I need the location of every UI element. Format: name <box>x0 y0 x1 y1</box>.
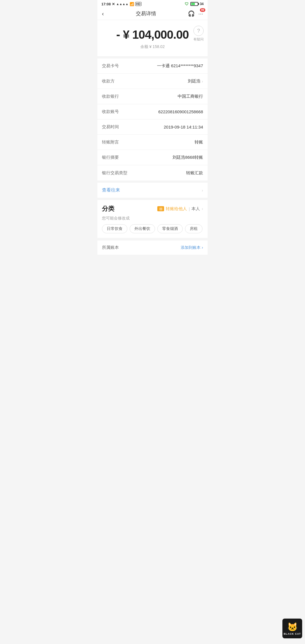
tag-icon: ▤ <box>157 206 164 211</box>
battery-percent: 34 <box>200 2 204 6</box>
page-title: 交易详情 <box>136 10 156 17</box>
detail-value: 转账 <box>195 140 203 145</box>
detail-value: 一卡通 6214********9347 <box>157 63 203 69</box>
tag-name: 转账给他人 <box>166 206 187 212</box>
detail-label: 收款银行 <box>102 94 127 99</box>
suggest-tags-row: 日常饮食外出餐饮零食烟酒房租其他 <box>102 224 203 233</box>
category-header: 分类 ▤ 转账给他人 | 本人 › <box>102 204 203 213</box>
view-history-row[interactable]: 查看往来 › <box>97 183 208 198</box>
detail-value: 6222081609001258668 <box>158 109 203 114</box>
detail-row: 收款账号6222081609001258668 <box>97 104 208 119</box>
hd-icon: HD <box>135 2 141 6</box>
suggest-tag-button[interactable]: 零食烟酒 <box>157 224 183 233</box>
notification-badge: 99 <box>200 8 205 12</box>
account-row: 所属账本 添加到账本 › <box>97 240 208 255</box>
amount-prefix: - ¥ <box>116 28 129 41</box>
detail-row: 交易卡号一卡通 6214********9347 <box>97 58 208 74</box>
detail-label: 交易时间 <box>102 124 127 130</box>
amount-value: 104,000.00 <box>132 28 189 41</box>
nav-right: 🎧 ··· 99 <box>188 10 203 17</box>
time-display: 17:08 <box>101 2 111 6</box>
nav-left: ‹ <box>102 10 104 17</box>
detail-row[interactable]: 收款方刘廷浩› <box>97 74 208 89</box>
help-button[interactable]: ? 有疑问 <box>193 26 204 42</box>
nav-bar: ‹ 交易详情 🎧 ··· 99 <box>97 7 208 20</box>
detail-label: 交易卡号 <box>102 63 127 69</box>
view-history-label: 查看往来 <box>102 187 120 193</box>
balance-label: 余额 ¥ 158.02 <box>103 44 202 49</box>
view-history-chevron: › <box>202 188 203 193</box>
tag-self-label: 本人 <box>191 206 200 212</box>
status-right: 🛡 34 <box>185 2 204 6</box>
more-menu-button[interactable]: ··· 99 <box>198 10 203 17</box>
detail-row: 收款银行中国工商银行 <box>97 89 208 104</box>
help-label: 有疑问 <box>193 37 204 42</box>
status-left: 17:08 ✕ ▲▲▲▲ 📶 HD <box>101 2 141 6</box>
suggest-tag-button[interactable]: 日常饮食 <box>102 224 127 233</box>
suggest-tag-button[interactable]: 房租 <box>185 224 202 233</box>
detail-row: 银行摘要刘廷浩8668转账 <box>97 150 208 165</box>
transaction-amount: - ¥ 104,000.00 <box>103 28 202 42</box>
wifi-icon: 📶 <box>130 2 134 6</box>
headset-icon[interactable]: 🎧 <box>188 10 195 17</box>
detail-label: 收款账号 <box>102 109 127 114</box>
help-circle-icon: ? <box>193 26 204 36</box>
suggest-text: 您可能会修改成 <box>102 216 203 221</box>
suggest-tag-button[interactable]: 外出餐饮 <box>130 224 155 233</box>
detail-row: 银行交易类型转账汇款 <box>97 165 208 180</box>
add-to-account-button[interactable]: 添加到账本 › <box>181 245 203 250</box>
tag-divider: | <box>189 206 190 211</box>
detail-label: 收款方 <box>102 79 127 84</box>
detail-value: 2019-09-18 14:11:34 <box>164 125 203 129</box>
battery-fill <box>191 3 195 5</box>
row-chevron-icon: › <box>202 79 203 84</box>
status-bar: 17:08 ✕ ▲▲▲▲ 📶 HD 🛡 34 <box>97 0 208 7</box>
account-label: 所属账本 <box>102 245 119 250</box>
category-chevron: › <box>202 206 203 211</box>
detail-label: 银行摘要 <box>102 155 127 160</box>
detail-row: 交易时间2019-09-18 14:11:34 <box>97 119 208 135</box>
category-section: 分类 ▤ 转账给他人 | 本人 › 您可能会修改成 日常饮食外出餐饮零食烟酒房租… <box>97 200 208 238</box>
detail-list: 交易卡号一卡通 6214********9347收款方刘廷浩›收款银行中国工商银… <box>97 58 208 180</box>
detail-value: 中国工商银行 <box>178 94 203 99</box>
category-tag[interactable]: ▤ 转账给他人 | 本人 › <box>157 206 203 212</box>
detail-label: 银行交易类型 <box>102 170 127 176</box>
amount-section: ? 有疑问 - ¥ 104,000.00 余额 ¥ 158.02 <box>97 20 208 56</box>
network-icon: ▲▲▲▲ <box>116 2 128 6</box>
detail-label: 转账附言 <box>102 140 127 145</box>
battery-icon <box>190 2 198 6</box>
shield-icon: 🛡 <box>185 2 189 6</box>
detail-value: 转账汇款 <box>186 170 203 176</box>
signal-icon: ✕ <box>112 2 115 6</box>
back-button[interactable]: ‹ <box>102 10 104 17</box>
category-title: 分类 <box>102 204 114 213</box>
detail-value: 刘廷浩› <box>188 79 203 84</box>
detail-row: 转账附言转账 <box>97 135 208 150</box>
detail-value: 刘廷浩8668转账 <box>173 155 203 160</box>
